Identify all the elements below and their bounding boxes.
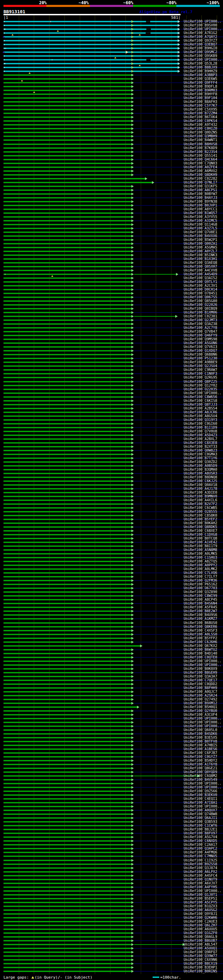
hit-label[interactable]: UniRef100_B9SV00 bbox=[184, 24, 217, 27]
hit-bar[interactable] bbox=[3, 469, 132, 470]
hit-label[interactable]: UniRef100_A0LMK5 bbox=[184, 552, 217, 555]
hit-bar[interactable] bbox=[3, 806, 132, 807]
hit-bar[interactable] bbox=[3, 507, 132, 509]
hit-label[interactable]: UniRef100_C6BXE7 bbox=[184, 529, 217, 533]
hit-label[interactable]: UniRef100_Q53L28 bbox=[184, 62, 217, 65]
hit-bar[interactable] bbox=[3, 116, 132, 118]
hit-label[interactable]: UniRef100_C8X3E8 bbox=[184, 441, 217, 445]
hit-bar[interactable] bbox=[3, 542, 132, 543]
hit-label[interactable]: UniRef100_A2C7Y8 bbox=[184, 326, 217, 329]
hit-bar[interactable] bbox=[3, 722, 132, 723]
hit-label[interactable]: UniRef100_A8JCR6 bbox=[184, 410, 217, 414]
hit-bar[interactable] bbox=[3, 515, 132, 516]
hit-bar[interactable] bbox=[3, 178, 145, 180]
hit-label[interactable]: UniRef100_A8YCC1 bbox=[184, 208, 217, 211]
hit-bar[interactable] bbox=[3, 316, 132, 317]
hit-bar[interactable] bbox=[3, 492, 132, 493]
hit-bar[interactable] bbox=[3, 660, 132, 662]
hit-bar[interactable] bbox=[3, 511, 132, 512]
hit-bar[interactable] bbox=[3, 243, 132, 244]
hit-label[interactable]: UniRef100_A6MVU2 bbox=[184, 169, 217, 173]
hit-bar[interactable] bbox=[3, 522, 132, 524]
hit-bar[interactable] bbox=[3, 135, 132, 137]
hit-label[interactable]: UniRef100_Q7VB47 bbox=[184, 330, 217, 333]
hit-label[interactable]: UniRef100_Q3Z890 bbox=[184, 590, 217, 594]
hit-bar[interactable] bbox=[3, 921, 132, 922]
hit-label[interactable]: UniRef100_B9XM12 bbox=[184, 702, 217, 705]
hit-label[interactable]: UniRef100_B3EKV0 bbox=[184, 793, 217, 797]
hit-bar[interactable] bbox=[3, 546, 132, 547]
hit-label[interactable]: UniRef100_B8DNQ8 bbox=[184, 476, 217, 479]
hit-label[interactable]: UniRef100_Q7NLI7 bbox=[184, 181, 217, 184]
hit-label[interactable]: UniRef100_C0PKS4 bbox=[184, 119, 217, 123]
hit-bar[interactable] bbox=[3, 614, 132, 616]
hit-label[interactable]: UniRef100_Q0DZN5 bbox=[184, 131, 217, 134]
hit-label[interactable]: UniRef100_A1BES6 bbox=[184, 748, 217, 751]
hit-bar[interactable] bbox=[3, 281, 132, 283]
hit-bar[interactable] bbox=[3, 358, 132, 359]
hit-bar[interactable] bbox=[3, 864, 132, 865]
hit-bar[interactable] bbox=[3, 775, 132, 776]
hit-label[interactable]: UniRef100_C1SHU3 bbox=[184, 556, 217, 559]
hit-bar[interactable] bbox=[3, 561, 132, 562]
hit-bar[interactable] bbox=[3, 461, 132, 463]
hit-bar[interactable] bbox=[3, 653, 132, 654]
hit-bar[interactable] bbox=[3, 634, 132, 635]
hit-bar[interactable] bbox=[3, 603, 132, 604]
hit-label[interactable]: UniRef100_B2V7F2 bbox=[184, 502, 217, 506]
hit-label[interactable]: UniRef100_B8CX19 bbox=[184, 962, 217, 966]
hit-bar[interactable] bbox=[3, 837, 132, 838]
hit-label[interactable]: UniRef100_Q114G8 bbox=[184, 223, 217, 226]
hit-bar[interactable] bbox=[3, 783, 132, 784]
hit-bar[interactable] bbox=[3, 159, 132, 160]
hit-label[interactable]: UniRef100_Q3B593 bbox=[184, 820, 217, 824]
hit-bar[interactable] bbox=[3, 484, 132, 486]
hit-label[interactable]: UniRef100_Q8RDK5 bbox=[184, 525, 217, 529]
hit-label[interactable]: UniRef100_A2BXL7 bbox=[184, 438, 217, 441]
hit-bar[interactable] bbox=[3, 883, 132, 884]
hit-bar[interactable] bbox=[3, 393, 132, 394]
hit-bar[interactable] bbox=[3, 902, 132, 903]
hit-bar[interactable] bbox=[3, 913, 132, 915]
hit-bar[interactable] bbox=[3, 182, 152, 183]
hit-label[interactable]: UniRef100_A4S4D9 bbox=[184, 272, 217, 276]
hit-label[interactable]: UniRef100_A0LSS0 bbox=[184, 633, 217, 636]
hit-bar[interactable] bbox=[3, 442, 132, 444]
hit-label[interactable]: UniRef100_A8ZTQ5 bbox=[184, 560, 217, 563]
hit-bar[interactable] bbox=[3, 833, 132, 834]
hit-label[interactable]: UniRef100_B9HYF8 bbox=[184, 92, 217, 96]
hit-label[interactable]: UniRef100_B4WNT1 bbox=[184, 138, 217, 142]
hit-bar[interactable] bbox=[3, 55, 178, 57]
hit-bar[interactable] bbox=[3, 67, 178, 68]
hit-bar[interactable] bbox=[3, 687, 132, 689]
hit-label[interactable]: UniRef100_A8USR3 bbox=[184, 472, 217, 475]
hit-bar[interactable] bbox=[3, 630, 132, 631]
hit-bar[interactable] bbox=[3, 373, 132, 374]
hit-bar[interactable] bbox=[3, 948, 132, 949]
hit-bar[interactable] bbox=[3, 618, 132, 619]
hit-bar[interactable] bbox=[3, 565, 132, 566]
hit-bar[interactable] bbox=[3, 224, 132, 225]
hit-bar[interactable] bbox=[3, 756, 132, 757]
hit-label[interactable]: UniRef100_C8W656 bbox=[184, 395, 217, 399]
hit-label[interactable]: UniRef100_Q9FFF4 bbox=[184, 81, 217, 84]
hit-bar[interactable] bbox=[3, 174, 132, 175]
hit-bar[interactable] bbox=[3, 879, 132, 880]
hit-label[interactable]: UniRef100_B9HGI0 bbox=[184, 46, 217, 50]
hit-bar[interactable] bbox=[3, 186, 132, 187]
hit-bar[interactable] bbox=[3, 293, 132, 294]
hit-label[interactable]: UniRef100_Q1NUT9 bbox=[184, 878, 217, 881]
hit-label[interactable]: UniRef100_Q9Y8J1 bbox=[184, 912, 217, 916]
hit-label[interactable]: UniRef100_B9DFL8 bbox=[184, 85, 217, 88]
hit-bar[interactable] bbox=[3, 944, 132, 945]
hit-bar[interactable] bbox=[3, 703, 132, 704]
hit-label[interactable]: UniRef100_Q8GE21 bbox=[184, 767, 217, 770]
hit-bar[interactable] bbox=[3, 856, 132, 857]
hit-label[interactable]: UniRef100_Q2RG95 bbox=[184, 376, 217, 379]
hit-label[interactable]: UniRef100_B5YEF2 bbox=[184, 518, 217, 521]
hit-label[interactable]: UniRef100_Q9SKB9 bbox=[184, 54, 217, 58]
hit-label[interactable]: UniRef100_Q9TLY1 bbox=[184, 280, 217, 284]
hit-label[interactable]: UniRef100_Q3AZ38 bbox=[184, 322, 217, 326]
hit-bar[interactable] bbox=[3, 289, 132, 290]
hit-label[interactable]: UniRef100_UPI000.. bbox=[184, 20, 221, 23]
